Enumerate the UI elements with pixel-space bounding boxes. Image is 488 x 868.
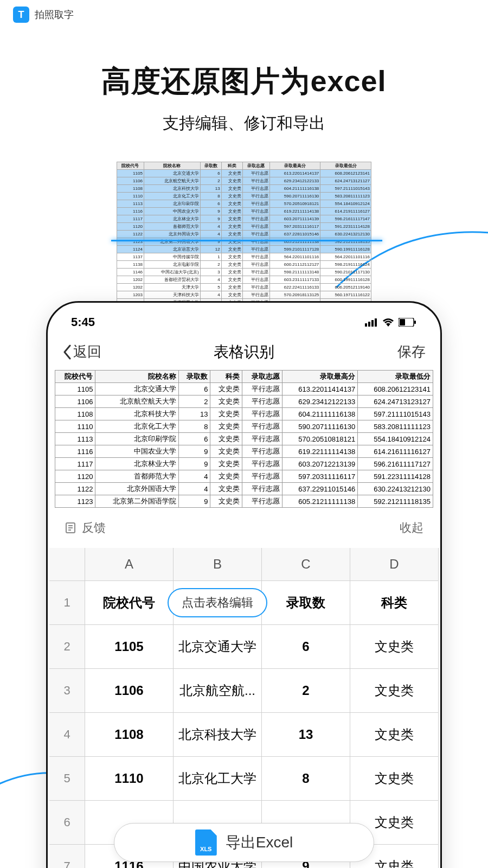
recognized-table-preview: 院校代号院校名称录取数科类录取志愿录取最高分录取最低分1105北京交通大学6文史… [49, 370, 439, 508]
grid-cell[interactable]: 北京航空航... [174, 669, 262, 713]
row-header[interactable]: 6 [49, 801, 85, 845]
phone-mockup: 5:45 返回 表格识别 保存 院校代号院校名称录取数科类录取志愿录取最高分录取… [46, 301, 442, 868]
col-header[interactable]: D [350, 548, 439, 581]
svg-rect-0 [365, 323, 367, 327]
feedback-icon [65, 522, 76, 534]
grid-cell[interactable]: 北京科技大学 [174, 713, 262, 757]
hero: 高度还原图片为excel 支持编辑、修订和导出 [0, 62, 488, 135]
col-header[interactable]: B [174, 548, 262, 581]
battery-icon [399, 318, 417, 327]
feedback-button[interactable]: 反馈 [65, 520, 106, 536]
grid-cell[interactable]: 2 [262, 669, 350, 713]
wifi-icon [382, 318, 394, 327]
hero-title: 高度还原图片为excel [0, 62, 488, 101]
status-bar: 5:45 [49, 304, 439, 335]
app-name: 拍照取字 [35, 8, 74, 21]
row-header[interactable]: 3 [49, 669, 85, 713]
row-header[interactable]: 2 [49, 625, 85, 669]
grid-cell[interactable]: 1105 [85, 625, 174, 669]
collapse-button[interactable]: 收起 [400, 520, 423, 536]
svg-rect-3 [375, 318, 377, 327]
chevron-left-icon [62, 344, 72, 360]
page-header: T 拍照取字 [0, 0, 488, 29]
grid-cell[interactable]: 录取数 [262, 581, 350, 625]
scan-line [111, 240, 382, 241]
svg-rect-5 [400, 319, 405, 326]
app-icon: T [13, 7, 29, 23]
svg-rect-6 [414, 321, 416, 324]
grid-cell[interactable]: 科类 [350, 581, 439, 625]
grid-cell[interactable]: 北京交通大学 [174, 625, 262, 669]
status-time: 5:45 [71, 315, 95, 329]
back-label: 返回 [73, 342, 101, 361]
signal-icon [365, 318, 378, 327]
export-label: 导出Excel [226, 832, 293, 853]
scan-preview: 院校代号院校名称录取数科类录取志愿录取最高分录取最低分1105北京交通大学6文史… [117, 162, 371, 307]
grid-cell[interactable]: 6 [262, 625, 350, 669]
edit-hint-bubble[interactable]: 点击表格编辑 [168, 588, 267, 617]
grid-corner [49, 548, 85, 581]
grid-cell[interactable]: 13 [262, 713, 350, 757]
nav-title: 表格识别 [214, 342, 274, 362]
save-button[interactable]: 保存 [397, 342, 426, 361]
grid-cell[interactable]: 1110 [85, 757, 174, 801]
row-header[interactable]: 1 [49, 581, 85, 625]
grid-cell[interactable]: 8 [262, 757, 350, 801]
excel-grid[interactable]: ABCD1院校代号点击表格编辑录取数科类21105北京交通大学6文史类31106… [49, 548, 439, 868]
grid-cell[interactable]: 文史类 [350, 669, 439, 713]
hero-subtitle: 支持编辑、修订和导出 [0, 112, 488, 135]
svg-rect-2 [371, 320, 374, 327]
svg-rect-1 [368, 322, 370, 327]
tool-row: 反馈 收起 [49, 508, 439, 548]
grid-cell[interactable]: 文史类 [350, 713, 439, 757]
row-header[interactable]: 7 [49, 845, 85, 868]
grid-cell[interactable]: 文史类 [350, 625, 439, 669]
row-header[interactable]: 4 [49, 713, 85, 757]
feedback-label: 反馈 [82, 520, 106, 536]
col-header[interactable]: A [85, 548, 174, 581]
grid-cell[interactable]: 院校代号 [85, 581, 174, 625]
row-header[interactable]: 5 [49, 757, 85, 801]
grid-cell[interactable]: 1106 [85, 669, 174, 713]
export-excel-button[interactable]: XLS 导出Excel [114, 823, 374, 862]
back-button[interactable]: 返回 [62, 342, 101, 361]
grid-cell[interactable]: 文史类 [350, 757, 439, 801]
nav-bar: 返回 表格识别 保存 [49, 335, 439, 370]
grid-cell[interactable]: 北京化工大学 [174, 757, 262, 801]
grid-cell[interactable]: 1108 [85, 713, 174, 757]
xls-file-icon: XLS [195, 829, 217, 856]
grid-cell[interactable]: 点击表格编辑 [174, 581, 262, 625]
col-header[interactable]: C [262, 548, 350, 581]
